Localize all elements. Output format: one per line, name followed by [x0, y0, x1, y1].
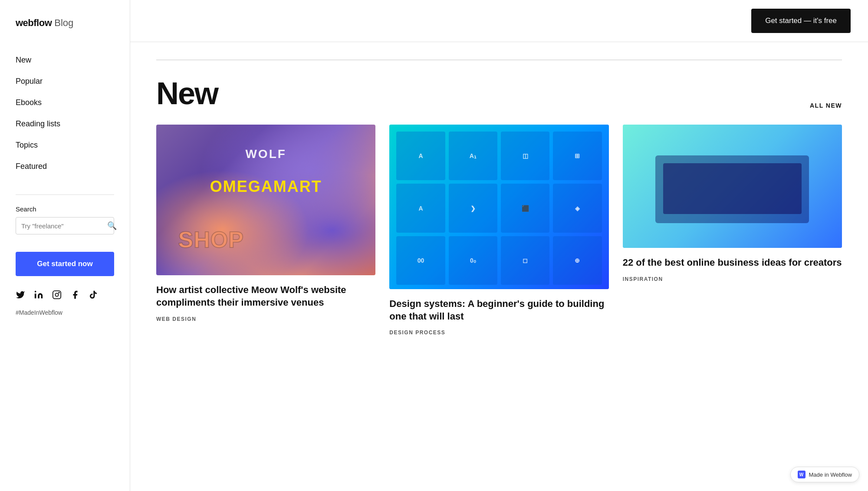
logo: webflow Blog [16, 17, 114, 29]
svg-point-0 [35, 291, 36, 293]
sidebar-item-popular[interactable]: Popular [16, 71, 114, 92]
sidebar-item-new[interactable]: New [16, 49, 114, 71]
main-content: Get started — it's free New ALL NEW WOLF… [130, 0, 868, 491]
sidebar-item-reading-lists[interactable]: Reading lists [16, 113, 114, 135]
content-area: New ALL NEW WOLF OMEGAMART SHOP How arti… [130, 42, 868, 353]
section-title: New [156, 78, 218, 109]
made-in-webflow-label: Made in Webflow [809, 471, 852, 478]
search-icon[interactable]: 🔍 [107, 221, 117, 231]
sidebar-item-featured[interactable]: Featured [16, 156, 114, 177]
sidebar-item-ebooks[interactable]: Ebooks [16, 92, 114, 113]
search-label: Search [16, 205, 114, 213]
section-header: New ALL NEW [156, 78, 842, 109]
svg-point-2 [55, 293, 58, 296]
webflow-logo-icon: W [798, 471, 806, 478]
logo-suffix: Blog [54, 17, 73, 29]
instagram-icon[interactable] [52, 290, 62, 302]
tiktok-icon[interactable] [89, 290, 98, 302]
sidebar-nav: New Popular Ebooks Reading lists Topics … [16, 49, 114, 177]
sidebar-item-topics[interactable]: Topics [16, 135, 114, 156]
get-started-now-button[interactable]: Get started now [16, 252, 114, 276]
hashtag-label: #MadeInWebflow [16, 309, 114, 316]
cards-grid: WOLF OMEGAMART SHOP How artist collectiv… [156, 125, 842, 336]
page-header: Get started — it's free [130, 0, 868, 42]
card-design-systems[interactable]: A A₁ ◫ ⊞ A ❯ ⬛ ◈ 00 0₀ ◻ ⊕ Design system [389, 125, 608, 336]
card-category-design-systems: DESIGN PROCESS [389, 330, 608, 336]
card-meow-wolf[interactable]: WOLF OMEGAMART SHOP How artist collectiv… [156, 125, 375, 322]
card-category-business-ideas: INSPIRATION [623, 276, 842, 282]
header-cta-button[interactable]: Get started — it's free [751, 9, 851, 33]
made-in-webflow-badge[interactable]: W Made in Webflow [790, 467, 859, 482]
search-input[interactable] [21, 222, 104, 230]
card-title-design-systems: Design systems: A beginner's guide to bu… [389, 298, 608, 323]
search-box: 🔍 [16, 217, 114, 234]
linkedin-icon[interactable] [34, 290, 43, 302]
card-image-meow-wolf: WOLF OMEGAMART SHOP [156, 125, 375, 275]
svg-point-3 [59, 292, 59, 293]
card-title-business-ideas: 22 of the best online business ideas for… [623, 257, 842, 269]
card-category-meow-wolf: WEB DESIGN [156, 316, 375, 322]
nav-divider [16, 194, 114, 195]
logo-brand: webflow [16, 17, 52, 29]
social-icons [16, 290, 114, 302]
all-new-link[interactable]: ALL NEW [810, 102, 842, 109]
facebook-icon[interactable] [70, 290, 80, 302]
card-image-business-ideas [623, 125, 842, 248]
sidebar: webflow Blog New Popular Ebooks Reading … [0, 0, 130, 491]
card-business-ideas[interactable]: 22 of the best online business ideas for… [623, 125, 842, 282]
card-title-meow-wolf: How artist collective Meow Wolf's websit… [156, 284, 375, 309]
twitter-icon[interactable] [16, 290, 25, 302]
card-image-design-systems: A A₁ ◫ ⊞ A ❯ ⬛ ◈ 00 0₀ ◻ ⊕ [389, 125, 608, 289]
svg-rect-1 [53, 291, 61, 299]
section-divider [156, 59, 842, 60]
